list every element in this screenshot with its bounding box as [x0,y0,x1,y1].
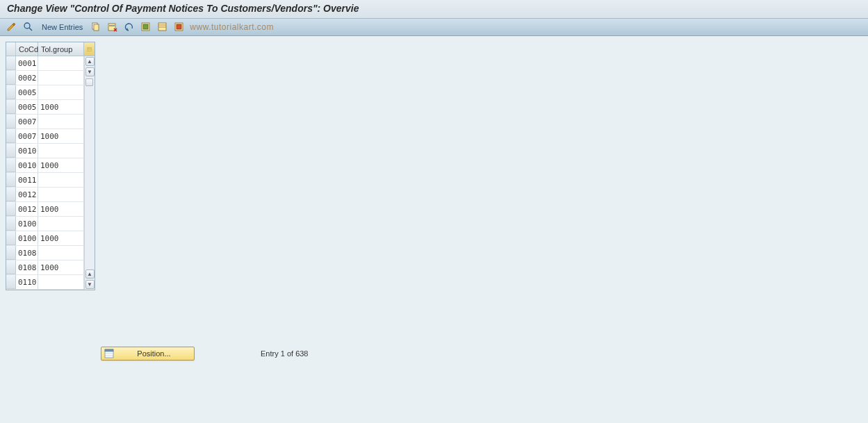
row-selector[interactable] [6,246,16,260]
table-row: 0100 [6,217,84,231]
cell-tolgroup[interactable] [38,144,84,158]
position-button[interactable]: Position... [101,347,195,360]
position-button-label: Position... [117,349,191,358]
cell-cocd[interactable]: 0005 [16,100,38,114]
table-row: 0012 [6,188,84,202]
svg-rect-8 [158,23,166,31]
cell-tolgroup[interactable] [38,173,84,187]
cell-cocd[interactable]: 0100 [16,231,38,245]
cell-cocd[interactable]: 0100 [16,217,38,231]
cell-tolgroup[interactable]: 1000 [38,260,84,274]
cell-tolgroup[interactable] [38,275,84,289]
row-selector[interactable] [6,115,16,128]
svg-point-0 [24,23,30,28]
cell-tolgroup[interactable]: 1000 [38,231,84,245]
row-selector[interactable] [6,188,16,201]
cell-tolgroup[interactable]: 1000 [38,158,84,172]
scroll-down-bottom-button[interactable]: ▼ [85,280,95,289]
cell-tolgroup[interactable] [38,85,84,99]
cell-tolgroup[interactable]: 1000 [38,202,84,216]
new-entries-button[interactable]: New Entries [38,23,87,31]
scroll-track[interactable] [85,77,95,173]
row-selector[interactable] [6,217,16,231]
table-config-icon [87,45,92,53]
cell-cocd[interactable]: 0007 [16,129,38,143]
vertical-scrollbar[interactable]: ▲ ▼ ▲ ▼ [84,56,95,290]
row-selector[interactable] [6,158,16,172]
data-table: CoCd Tol.group 0001000200050005100000070… [6,42,95,290]
table-row: 00101000 [6,158,84,173]
row-selector[interactable] [6,202,16,216]
select-all-icon [140,22,152,33]
cell-tolgroup[interactable] [38,217,84,231]
scroll-up-bottom-button[interactable]: ▲ [85,269,95,279]
cell-cocd[interactable]: 0108 [16,246,38,260]
row-selector[interactable] [6,144,16,158]
svg-rect-4 [108,24,115,31]
row-selector[interactable] [6,173,16,187]
cell-cocd[interactable]: 0007 [16,115,38,128]
row-selector[interactable] [6,71,16,85]
cell-cocd[interactable]: 0108 [16,260,38,274]
table-settings-button[interactable] [84,42,95,56]
select-all-button[interactable] [138,21,154,33]
row-selector[interactable] [6,56,16,70]
undo-button[interactable] [122,21,137,33]
application-toolbar: New Entries www.tutorialkart.com [0,19,868,36]
svg-rect-18 [105,349,113,351]
toggle-display-change-button[interactable] [4,21,19,33]
svg-rect-7 [143,24,148,29]
svg-rect-13 [88,47,92,51]
column-header-cocd[interactable]: CoCd [16,42,38,56]
table-header-row: CoCd Tol.group [6,42,95,56]
cell-tolgroup[interactable] [38,56,84,70]
cell-tolgroup[interactable] [38,246,84,260]
cell-cocd[interactable]: 0010 [16,144,38,158]
row-selector[interactable] [6,231,16,245]
footer-bar: Position... Entry 1 of 638 [101,347,309,360]
cell-tolgroup[interactable] [38,71,84,85]
scroll-thumb[interactable] [85,78,93,86]
select-block-button[interactable] [155,21,170,33]
watermark-text: www.tutorialkart.com [190,22,274,32]
svg-rect-3 [94,24,99,31]
delete-row-icon [107,22,118,33]
delete-button[interactable] [105,21,120,33]
table-row: 0108 [6,246,84,260]
copy-as-button[interactable] [88,21,104,33]
cell-tolgroup[interactable]: 1000 [38,129,84,143]
cell-cocd[interactable]: 0012 [16,202,38,216]
row-selector[interactable] [6,85,16,99]
cell-cocd[interactable]: 0001 [16,56,38,70]
magnifier-icon [23,22,34,33]
row-selector[interactable] [6,129,16,143]
pencil-glasses-icon [6,22,17,33]
table-row: 00071000 [6,129,84,144]
row-selector[interactable] [6,260,16,274]
row-selector-header[interactable] [6,42,16,56]
deselect-all-button[interactable] [172,21,187,33]
table-row: 0002 [6,71,84,85]
cell-cocd[interactable]: 0010 [16,158,38,172]
column-header-tolgroup[interactable]: Tol.group [38,42,84,56]
cell-cocd[interactable]: 0012 [16,188,38,201]
copy-icon [90,22,101,33]
cell-cocd[interactable]: 0002 [16,71,38,85]
cell-cocd[interactable]: 0011 [16,173,38,187]
page-title: Change View "Control Of Payment Notices … [0,0,868,19]
cell-cocd[interactable]: 0110 [16,275,38,289]
undo-icon [124,22,135,33]
detail-button[interactable] [21,21,36,33]
table-row: 0007 [6,115,84,129]
cell-cocd[interactable]: 0005 [16,85,38,99]
svg-rect-12 [177,24,181,29]
cell-tolgroup[interactable]: 1000 [38,100,84,114]
scroll-down-button[interactable]: ▼ [85,67,95,76]
cell-tolgroup[interactable] [38,188,84,201]
row-selector[interactable] [6,275,16,289]
scroll-up-button[interactable]: ▲ [85,57,95,66]
row-selector[interactable] [6,100,16,114]
deselect-all-icon [174,22,185,33]
cell-tolgroup[interactable] [38,115,84,128]
table-row: 00121000 [6,202,84,217]
